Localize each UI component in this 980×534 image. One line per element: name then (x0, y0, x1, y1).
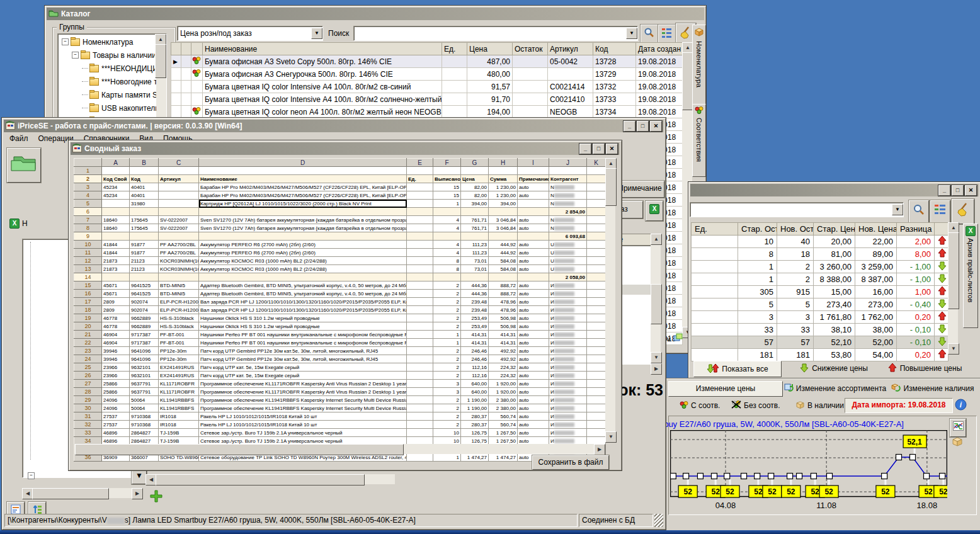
row-number[interactable]: 22 (74, 339, 102, 347)
row-number[interactable]: 4 (74, 191, 102, 200)
row-number[interactable]: 5 (74, 200, 102, 208)
maximize-button[interactable]: □ (593, 144, 605, 154)
column-header[interactable]: Стар. Цена (814, 223, 855, 236)
row-number[interactable]: 1 (74, 167, 102, 175)
table-row[interactable]: ▶Бумага офисная А3 Sveto Copy 500л. 80гр… (171, 55, 683, 68)
price-type-combo[interactable]: Цена розн/под заказ ▼ (177, 26, 323, 41)
close-button[interactable]: ✕ (606, 144, 618, 154)
sheet-row[interactable]: 62 854,00 (74, 208, 606, 216)
sheet-row[interactable]: 24399469641096PP12e-30mПатч корд UTP Gem… (74, 355, 606, 363)
scroll-down-icon[interactable]: ▼ (651, 352, 662, 363)
tree-collapse-icon[interactable]: − (28, 472, 35, 479)
sheet-row[interactable]: 22469049717387PF-BT-001Наушники Perfeo P… (74, 339, 606, 347)
tree-item[interactable]: ***НЕКОНДИЦИОН (59, 62, 166, 75)
excel-export-button[interactable]: X (646, 201, 663, 221)
save-to-file-button[interactable]: Сохранить в файл (532, 455, 609, 470)
row-number[interactable]: 13 (74, 265, 102, 273)
sheet-row[interactable]: 302409650064KL1941RBBFSПрограммное обесп… (74, 404, 606, 412)
column-letter[interactable]: K (587, 159, 606, 167)
table-row[interactable]: 575752,1052,00- 0,10 (692, 336, 949, 349)
sheet-row[interactable]: 172809902074ELP-PCR-H1200-Вал заряда PCR… (74, 298, 606, 306)
nomenclature-tab-fragment[interactable]: X Н (9, 219, 28, 229)
table-row[interactable]: 81881,0089,008,00 (692, 248, 949, 261)
row-number[interactable]: 28 (74, 388, 102, 396)
tree-collapse-icon[interactable]: − (62, 38, 69, 45)
in-stock-toggle[interactable]: В наличии (795, 399, 844, 412)
minimize-button[interactable]: _ (579, 144, 591, 154)
with-correspondence-toggle[interactable]: С соотв. (680, 399, 720, 412)
row-number[interactable]: 20 (74, 322, 102, 331)
main-titlebar[interactable]: iPriceSE - работа с прайс-листами. | вер… (4, 120, 664, 132)
search-button[interactable] (909, 200, 929, 223)
sheet-row[interactable]: 818640175645SV-0222007Sven SV1270 (12V 7… (74, 224, 606, 232)
search-input[interactable]: ▼ (353, 26, 638, 41)
sheet-row[interactable]: 20467789662889HS-S-310blackНаушники Okli… (74, 322, 606, 331)
close-button[interactable]: ✕ (965, 185, 977, 196)
table-row[interactable]: 331 761,801 762,000,20 (692, 311, 949, 324)
column-letter[interactable]: H (489, 159, 518, 167)
scroll-right-icon[interactable]: ▶ (651, 363, 662, 375)
clear-broom-button[interactable] (952, 199, 974, 224)
column-letter[interactable]: I (518, 159, 549, 167)
sheet-row[interactable]: 31275379710368IR1018Ракель HP LJ 1010/10… (74, 412, 606, 421)
sheet-row[interactable]: 27258669637791KL1171ROBFRПрограммное обе… (74, 380, 606, 388)
column-header[interactable]: Разница (897, 223, 935, 236)
tab-nomenclature[interactable]: Номенклатура (692, 25, 706, 106)
order-panel-hscrollbar[interactable]: ◀ (145, 474, 395, 484)
sheet-row[interactable]: 28258669637791KL1171ROBFRПрограммное обе… (74, 388, 606, 396)
row-number[interactable]: 7 (74, 216, 102, 224)
price-vscrollbar[interactable]: ▲ ▼ (948, 222, 958, 355)
sheet-row[interactable]: 23399469641096PP12e-30mПатч корд UTP Gem… (74, 347, 606, 355)
chevron-down-icon[interactable]: ▼ (626, 28, 637, 39)
row-number[interactable]: 18 (74, 306, 102, 314)
column-header[interactable]: Дата создан (636, 43, 683, 55)
sheet-row[interactable]: 19467789662889HS-S-310blackНаушники Okli… (74, 314, 606, 322)
minimize-button[interactable]: _ (938, 185, 950, 196)
taskbar[interactable] (0, 530, 980, 534)
sheet-row[interactable]: 2Код СвойКодАртикулНаименованиеЕд.Выписа… (74, 175, 606, 183)
row-number[interactable]: 23 (74, 347, 102, 355)
row-number[interactable]: 33 (74, 429, 102, 437)
sheet-row[interactable]: 122187321123KOCR03NIMH(10Аккумулятор КОС… (74, 257, 606, 265)
sheet-row[interactable]: 531980Картридж HP [Q2612A] LJ 1010/1015/… (74, 200, 606, 208)
table-row[interactable]: Бумага цветная IQ color Intensive А4 100… (171, 93, 683, 106)
pricelist-dropdown-button[interactable]: ▼ (132, 470, 147, 484)
tab-assortment-change[interactable]: Изменение ассортимента (787, 381, 884, 395)
filter-settings-button[interactable] (930, 200, 950, 224)
sheet-row[interactable]: 182809902074ELP-PCR-H1200-Вал заряда PCR… (74, 306, 606, 314)
sheet-row[interactable]: 142 058,00 (74, 273, 606, 281)
row-number[interactable]: 27 (74, 380, 102, 388)
row-number[interactable]: 29 (74, 396, 102, 404)
row-number[interactable]: 21 (74, 331, 102, 339)
price-up-filter-button[interactable]: Повышение цены (880, 361, 969, 376)
tab-correspondence[interactable]: Соответствия (692, 104, 706, 177)
tab-price-archive[interactable]: X Архив прайс-листов (963, 224, 978, 328)
note-button[interactable]: Примечание (615, 181, 664, 198)
table-row[interactable]: 128 388,008 387,00- 1,00 (692, 273, 949, 286)
column-letter[interactable]: F (433, 159, 461, 167)
column-header[interactable]: Нов. Цена (855, 223, 897, 236)
tree-collapse-icon[interactable]: − (72, 52, 79, 59)
tree-item[interactable]: USB накопители ( (59, 101, 166, 115)
tree-hscrollbar[interactable]: ◀ ▶ (22, 488, 143, 498)
sheet-row[interactable]: 44523440401Барабан HP Pro M402/M403/M426… (74, 191, 606, 200)
column-header[interactable]: Ед. (692, 223, 738, 236)
sheet-row[interactable]: 1 (74, 167, 606, 175)
catalog-titlebar[interactable]: Каталог (47, 8, 704, 20)
sheet-row[interactable]: 114184491877PF AA2700/2BLАккумулятор PER… (74, 249, 606, 257)
row-number[interactable]: 17 (74, 298, 102, 306)
tab-availability-change[interactable]: Изменение наличия (887, 381, 978, 395)
tree-item[interactable]: ***Новогодние то (59, 75, 166, 88)
sheet-row[interactable]: 21469049717387PF-BT-001Наушники Perfeo P… (74, 331, 606, 339)
table-row[interactable]: 104020,0022,002,00 (692, 236, 949, 248)
menu-item-0[interactable]: Файл (4, 133, 33, 144)
column-letter[interactable]: A (102, 159, 130, 167)
column-letter[interactable]: C (159, 159, 199, 167)
price-filter-combo[interactable]: ▼ (690, 202, 904, 217)
sheet-row[interactable]: 96 093,68 (74, 232, 606, 241)
add-plus-icon[interactable] (149, 489, 163, 503)
sheet-row[interactable]: 718640175645SV-0222007Sven SV1270 (12V 7… (74, 216, 606, 224)
row-number[interactable]: 2 (74, 175, 102, 183)
row-number[interactable]: 15 (74, 281, 102, 290)
sheet-row[interactable]: 132187321123KOCR03NIMH(10Аккумулятор КОС… (74, 265, 606, 273)
